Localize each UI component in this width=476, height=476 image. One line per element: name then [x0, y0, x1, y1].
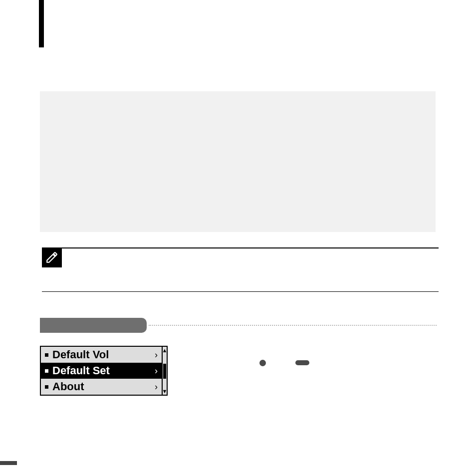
dotted-rule — [149, 325, 437, 326]
note-rule-bottom — [42, 291, 439, 292]
scroll-thumb[interactable] — [163, 364, 166, 379]
menu-scrollbar[interactable]: ▲ ▼ — [162, 347, 167, 395]
chevron-right-icon: › — [155, 366, 158, 376]
section-tab — [39, 0, 44, 47]
menu-item-default-vol[interactable]: Default Vol › — [41, 347, 162, 363]
scroll-track[interactable] — [163, 354, 167, 388]
page-edge-marker — [0, 461, 17, 465]
settings-menu: Default Vol › Default Set › About › ▲ ▼ — [40, 346, 168, 396]
chevron-right-icon: › — [155, 382, 158, 392]
content-placeholder-box — [40, 91, 436, 232]
menu-item-label: About — [52, 380, 155, 393]
section-heading-pill — [40, 318, 147, 333]
menu-item-label: Default Vol — [52, 348, 155, 361]
menu-item-default-set[interactable]: Default Set › — [41, 363, 162, 379]
bullet-icon — [45, 385, 48, 389]
menu-item-label: Default Set — [52, 364, 155, 377]
note-rule-top — [42, 247, 439, 248]
dash-icon — [295, 360, 309, 365]
note-icon — [42, 247, 62, 267]
scroll-up-arrow-icon[interactable]: ▲ — [163, 347, 167, 354]
decorative-dots — [259, 359, 309, 368]
bullet-icon — [45, 353, 48, 357]
scroll-down-arrow-icon[interactable]: ▼ — [163, 388, 167, 395]
dot-icon — [259, 360, 266, 366]
chevron-right-icon: › — [155, 350, 158, 360]
menu-item-about[interactable]: About › — [41, 379, 162, 395]
bullet-icon — [45, 369, 48, 373]
